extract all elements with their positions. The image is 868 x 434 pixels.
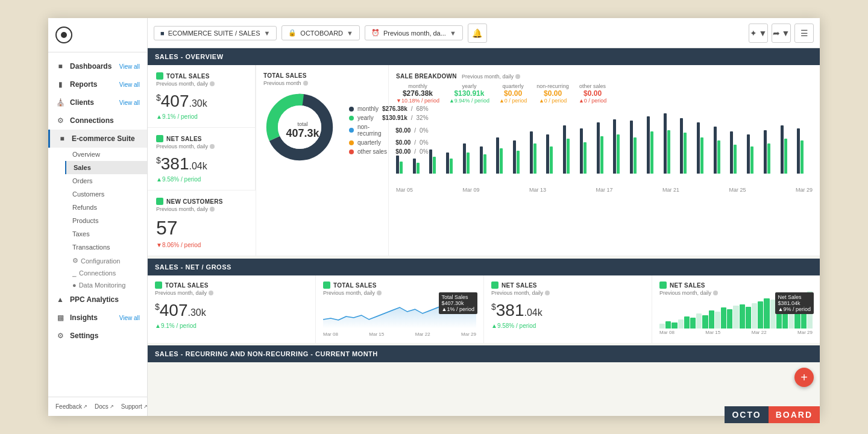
green-indicator [156, 72, 163, 80]
bar-chart-labels: Mar 05 Mar 09 Mar 13 Mar 17 Mar 21 Mar 2… [396, 187, 813, 193]
ng-total-sales-metric: TOTAL SALES Previous month, daily $407.3… [148, 275, 316, 343]
star-button[interactable]: ✦ ▼ [749, 24, 768, 43]
grid-icon: ■ [55, 61, 65, 71]
donut-label: total 407.3k [286, 121, 319, 140]
total-sales-value: $407.30k [156, 92, 247, 111]
sidebar-item-ppc[interactable]: ▲ PPC Analytics [48, 291, 147, 309]
new-customers-value: 57 [156, 217, 247, 239]
monitoring-separator: ● Data Monitoring [65, 278, 147, 291]
connections-icon: ⚙ [55, 116, 65, 125]
workspace-icon: 🔒 [288, 29, 297, 37]
new-customers-card: NEW CUSTOMERS Previous month, daily 57 ▼… [148, 190, 256, 256]
subnav-transactions[interactable]: Transactions [65, 241, 147, 254]
logo-icon [55, 27, 72, 43]
chevron-down-icon: ▼ [450, 30, 456, 37]
breakdown-yearly: yearly $130.91k ▲9.94% / period [449, 83, 489, 104]
subnav-sales[interactable]: Sales [65, 161, 147, 174]
sidebar: ■ Dashboards View all ▮ Reports View all… [48, 18, 148, 416]
clients-icon: ⛪ [55, 98, 65, 107]
period-dropdown[interactable]: ⏰ Previous month, da... ▼ [365, 25, 463, 40]
brand-footer: OCTO BOARD [725, 406, 820, 423]
chevron-down-icon: ▼ [347, 30, 353, 37]
info-dot [515, 74, 520, 79]
info-dot [303, 81, 308, 86]
sidebar-footer: Feedback ↗ Docs ↗ Support ↗ [48, 397, 147, 416]
new-customers-change: ▼8.06% / period [156, 242, 247, 248]
info-dot [210, 144, 215, 149]
sidebar-item-ecommerce[interactable]: ■ E-commerce Suite [48, 130, 147, 148]
plug-icon: ⎯ [72, 269, 77, 277]
info-dot [713, 291, 718, 295]
settings-icon: ⚙ [55, 331, 65, 341]
recurring-header: SALES - RECURRING AND NON-RECURRING - CU… [148, 345, 820, 362]
sidebar-item-connections[interactable]: ⚙ Connections [48, 112, 147, 130]
breakdown-other: other sales $0.00 ▲0 / period [579, 83, 606, 104]
subnav-customers[interactable]: Customers [65, 187, 147, 201]
net-gross-header: SALES - NET / GROSS [148, 259, 820, 275]
sales-net-gross-section: SALES - NET / GROSS TOTAL SALES Previous… [148, 259, 820, 343]
share-icon: ➦ [773, 28, 780, 38]
support-link[interactable]: Support ↗ [121, 403, 148, 410]
suite-icon: ■ [160, 30, 165, 37]
ng-total-sales-sparkline: TOTAL SALES Previous month, daily [316, 275, 484, 343]
info-dot [377, 291, 382, 295]
subnav-products[interactable]: Products [65, 214, 147, 227]
notification-button[interactable]: 🔔 [468, 24, 487, 43]
subnav-overview[interactable]: Overview [65, 148, 147, 161]
total-sales-change: ▲9.1% / period [156, 113, 247, 120]
share-button[interactable]: ➦ ▼ [772, 24, 791, 43]
sales-recurring-section: SALES - RECURRING AND NON-RECURRING - CU… [148, 345, 820, 362]
breakdown-cols: monthly $276.38k ▼10.18% / period yearly… [396, 83, 813, 104]
connections-separator: ⎯ Connections [65, 266, 147, 278]
app-container: ■ Dashboards View all ▮ Reports View all… [48, 18, 820, 416]
green-indicator [156, 135, 163, 142]
total-sales-card: TOTAL SALES Previous month, daily $407.3… [148, 65, 256, 128]
sidebar-item-clients[interactable]: ⛪ Clients View all [48, 93, 147, 112]
green-indicator [156, 198, 163, 205]
info-dot [545, 291, 550, 295]
ecommerce-subnav: Overview Sales Orders Customers Refunds … [48, 148, 147, 291]
star-icon: ✦ [750, 28, 757, 38]
workspace-dropdown[interactable]: 🔒 OCTOBOARD ▼ [281, 25, 360, 40]
breakdown-nonrecurring: non-recurring $0.00 ▲0 / period [536, 83, 569, 104]
breakdown-card: SALE BREAKDOWN Previous month, daily mon… [389, 65, 820, 256]
search-small-icon: ● [72, 281, 77, 289]
menu-button[interactable]: ☰ [794, 24, 814, 43]
file-icon: ▮ [55, 80, 65, 89]
sparkline-tooltip: Total Sales $407.30k ▲1% / period [439, 292, 477, 314]
bar-chart [396, 107, 813, 186]
net-sales-value: $381.04k [156, 154, 247, 174]
sidebar-item-reports[interactable]: ▮ Reports View all [48, 75, 147, 93]
ng-total-sales-value: $407.30k [155, 301, 308, 320]
brand-board: BOARD [769, 406, 820, 423]
sidebar-nav: ■ Dashboards View all ▮ Reports View all… [48, 52, 147, 397]
sales-overview-section: SALES - OVERVIEW TOTAL SALES [148, 48, 820, 256]
subnav-refunds[interactable]: Refunds [65, 201, 147, 214]
feedback-link[interactable]: Feedback ↗ [55, 403, 87, 410]
breakdown-monthly: monthly $276.38k ▼10.18% / period [396, 83, 439, 104]
sidebar-item-dashboards[interactable]: ■ Dashboards View all [48, 57, 147, 75]
sidebar-item-insights[interactable]: ▩ Insights View all [48, 309, 147, 327]
insights-icon: ▩ [55, 313, 65, 322]
net-gross-cards-row: TOTAL SALES Previous month, daily $407.3… [148, 275, 820, 343]
donut-card: TOTAL SALES Previous month [256, 65, 389, 256]
docs-link[interactable]: Docs ↗ [95, 403, 114, 410]
chevron-down-icon: ▼ [263, 30, 270, 37]
topbar: ■ ECOMMERCE SUITE / SALES ▼ 🔒 OCTOBOARD … [148, 18, 820, 48]
suite-dropdown[interactable]: ■ ECOMMERCE SUITE / SALES ▼ [154, 26, 277, 40]
sidebar-item-settings[interactable]: ⚙ Settings [48, 327, 147, 345]
subnav-taxes[interactable]: Taxes [65, 227, 147, 241]
info-dot [210, 207, 215, 212]
add-fab-button[interactable]: + [794, 368, 814, 387]
main-content: ■ ECOMMERCE SUITE / SALES ▼ 🔒 OCTOBOARD … [148, 18, 820, 416]
subnav-orders[interactable]: Orders [65, 174, 147, 187]
breakdown-quarterly: quarterly $0.00 ▲0 / period [499, 83, 527, 104]
bar-sparkline-tooltip: Net Sales $381.04k ▲9% / period [775, 292, 814, 314]
ecommerce-icon: ■ [57, 134, 67, 143]
dashboard: SALES - OVERVIEW TOTAL SALES [148, 48, 820, 416]
chevron-down-icon: ▼ [782, 28, 790, 38]
sales-overview-header: SALES - OVERVIEW [148, 48, 820, 65]
config-separator: ⚙ Configuration [65, 254, 147, 266]
ng-net-sales-value: $381.04k [491, 301, 644, 320]
info-dot [210, 81, 215, 86]
